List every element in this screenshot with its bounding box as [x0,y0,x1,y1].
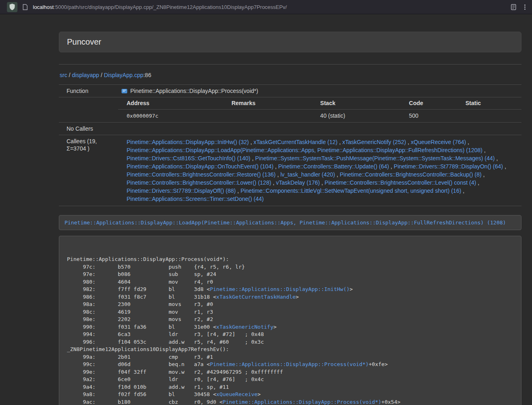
disassembly-line: 9a4: f10d 010b add.w r1, sp, #11 [67,383,513,391]
code-symbol-link[interactable]: xTaskGetCurrentTaskHandle [216,294,296,300]
reader-view-icon[interactable] [511,4,516,10]
divider [59,64,521,65]
breadcrumb-link[interactable]: displayapp [72,72,99,78]
disassembly-line: 994: 6ca3 ldr r3, [r4, #72] ; 0x48 [67,331,513,338]
url-host: localhost [33,4,54,10]
callee-link[interactable]: Pinetime::Controllers::BrightnessControl… [325,179,476,186]
disassembly-code: Pinetime::Applications::DisplayApp::Proc… [67,256,513,405]
callee-link[interactable]: Pinetime::Controllers::Battery::Update()… [278,163,389,170]
callees-label: Callees (19, Σ=3704 ) [59,135,118,206]
url-path: :5000/path/src/displayapp/DisplayApp.cpp… [54,4,287,10]
metrics-row: Address Remarks Stack Code Static 0x0000… [59,97,521,123]
function-table: Function Pinetime::Applications::Display… [59,84,521,206]
remarks-value [223,110,312,123]
disassembly-line: 980: 4604 mov r4, r0 [67,278,513,286]
browser-chrome: localhost:5000/path/src/displayapp/Displ… [0,0,532,14]
callee-link[interactable]: Pinetime::Components::LittleVgl::SetNewT… [241,187,461,194]
breadcrumb-link[interactable]: DisplayApp.cpp [104,72,143,78]
disassembly-line: _ZN8Pinetime12Applications10DisplayApp7R… [67,346,513,353]
code-size-value: 500 [401,110,457,123]
page-info-icon[interactable] [23,4,28,10]
callee-link[interactable]: xTaskGenericNotify (252) [342,139,406,145]
main-content: Puncover src / displayapp / DisplayApp.c… [59,14,521,405]
callee-link[interactable]: Pinetime::Controllers::BrightnessControl… [127,179,271,186]
callee-link[interactable]: xQueueReceive (764) [411,139,466,145]
disassembly-line: 99a: 2b01 cmp r3, #1 [67,353,513,361]
code-symbol-link[interactable]: Pinetime::Applications::DisplayApp::Init… [210,286,349,292]
disassembly-line: 996: f104 053c add.w r5, r4, #60 ; 0x3c [67,338,513,346]
disassembly-line: 982: f7ff fd29 bl 3d8 <Pinetime::Applica… [67,286,513,293]
col-address: Address [118,97,223,110]
kebab-menu-icon[interactable] [523,4,526,11]
disassembly-line: 986: f031 f8c7 bl 31b18 <xTaskGetCurrent… [67,293,513,301]
breadcrumb-link[interactable]: src [60,72,67,78]
disassembly-line: 9ac: b180 cbz r0, 9d0 <Pinetime::Applica… [67,399,513,405]
function-row: Function Pinetime::Applications::Display… [59,85,521,97]
no-callers-label: No Callers [59,123,118,135]
tracking-protection-shield-icon[interactable] [7,2,17,12]
metrics-value-row: 0x0000097c 40 (static) 500 [118,110,521,123]
code-symbol-link[interactable]: xQueueReceive [216,391,258,397]
disassembly-line: 98c: 4619 mov r1, r3 [67,308,513,316]
selected-symbol-link[interactable]: Pinetime::Applications::DisplayApp::Load… [65,220,506,226]
code-symbol-link[interactable]: xTaskGenericNotify [216,324,274,330]
function-label: Function [59,85,118,97]
callees-row: Callees (19, Σ=3704 ) Pinetime::Applicat… [59,135,521,206]
callee-link[interactable]: Pinetime::Controllers::BrightnessControl… [127,171,276,178]
callee-link[interactable]: Pinetime::Drivers::St7789::DisplayOff() … [127,187,236,194]
callee-link[interactable]: Pinetime::Applications::DisplayApp::Load… [127,147,482,153]
callee-link[interactable]: Pinetime::Applications::DisplayApp::Init… [127,139,249,145]
disassembly-line: 990: f031 fa36 bl 31e00 <xTaskGenericNot… [67,323,513,331]
callee-link[interactable]: vTaskDelay (176) [276,179,320,186]
callee-link[interactable]: lv_task_handler (420) [280,171,335,178]
disassembly-line: 97e: b086 sub sp, #24 [67,271,513,278]
disassembly-line: 97c: b570 push {r4, r5, r6, lr} [67,263,513,271]
callee-link[interactable]: Pinetime::Applications::DisplayApp::OnTo… [127,163,274,170]
stack-value: 40 (static) [312,110,401,123]
callee-link[interactable]: Pinetime::Applications::Screens::Timer::… [127,196,264,202]
page-title: Puncover [67,37,101,47]
disassembly-line: 98e: 2202 movs r2, #2 [67,316,513,323]
function-name: Pinetime::Applications::DisplayApp::Proc… [130,87,258,95]
disassembly-line: 99c: d06d beq.n a7a <Pinetime::Applicati… [67,361,513,368]
shield-icon [9,4,15,10]
col-static: Static [457,97,521,110]
col-remarks: Remarks [223,97,312,110]
disassembly-line: 99e: f04f 32ff mov.w r2, #4294967295 ; 0… [67,368,513,376]
app-header: Puncover [59,32,521,52]
col-stack: Stack [312,97,401,110]
callee-link[interactable]: Pinetime::Drivers::St7789::DisplayOn() (… [394,163,503,170]
callee-link[interactable]: Pinetime::Controllers::BrightnessControl… [340,171,481,178]
metrics-table: Address Remarks Stack Code Static 0x0000… [118,97,521,122]
code-symbol-link[interactable]: Pinetime::Applications::DisplayApp::Proc… [223,399,381,405]
metrics-header-row: Address Remarks Stack Code Static [118,97,521,110]
disassembly-line: 9a2: 6ce0 ldr r0, [r4, #76] ; 0x4c [67,376,513,383]
code-symbol-link[interactable]: Pinetime::Applications::DisplayApp::Proc… [210,361,368,367]
url-bar[interactable]: localhost:5000/path/src/displayapp/Displ… [33,4,287,10]
no-callers-row: No Callers [59,123,521,135]
static-value [457,110,521,123]
disassembly-line: 9a8: f02f fd56 bl 30458 <xQueueReceive> [67,391,513,399]
callee-link[interactable]: Pinetime::System::SystemTask::PushMessag… [255,155,495,162]
callee-link[interactable]: xTaskGetCurrentTaskHandle (12) [254,139,338,145]
disassembly-line: Pinetime::Applications::DisplayApp::Proc… [67,256,513,263]
col-code: Code [401,97,457,110]
disassembly-block: Pinetime::Applications::DisplayApp::Proc… [59,236,521,405]
address-value: 0x0000097c [118,110,223,123]
callee-link[interactable]: Pinetime::Drivers::Cst816S::GetTouchInfo… [127,155,250,162]
function-icon [121,88,127,94]
selected-symbol-bar: Pinetime::Applications::DisplayApp::Load… [59,215,521,230]
callees-list: Pinetime::Applications::DisplayApp::Init… [118,135,521,206]
breadcrumb: src / displayapp / DisplayApp.cpp:86 [59,71,521,79]
disassembly-line: 98a: 2300 movs r3, #0 [67,301,513,308]
